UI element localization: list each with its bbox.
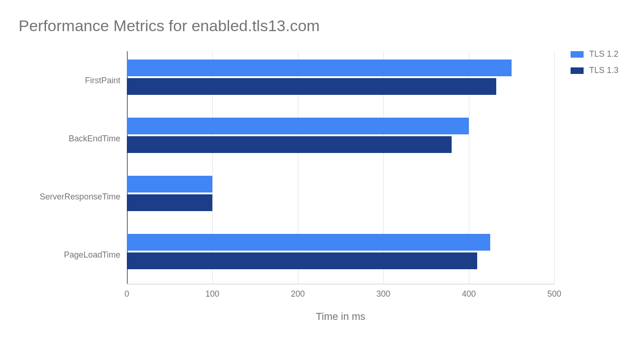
x-tick-label: 500 — [547, 289, 561, 299]
category-group: FirstPaint — [127, 51, 554, 109]
x-tick-label: 200 — [291, 289, 305, 299]
bar — [127, 78, 496, 95]
legend-swatch — [571, 67, 584, 74]
bar — [127, 60, 512, 76]
legend-swatch — [571, 51, 584, 58]
category-label: BackEndTime — [69, 133, 127, 143]
x-axis — [127, 284, 554, 285]
bar — [127, 252, 477, 269]
category-group: BackEndTime — [127, 109, 554, 167]
x-tick-label: 100 — [205, 289, 219, 299]
legend-label: TLS 1.3 — [589, 66, 618, 75]
category-label: ServerResponseTime — [40, 192, 127, 201]
plot-area: 0100200300400500 FirstPaintBackEndTimeSe… — [127, 51, 554, 284]
legend-item: TLS 1.2 — [571, 49, 618, 59]
chart-title: Performance Metrics for enabled.tls13.co… — [19, 17, 320, 35]
bar — [127, 118, 469, 134]
x-tick-label: 400 — [462, 289, 476, 299]
bar — [127, 176, 212, 192]
x-tick-label: 300 — [376, 289, 390, 299]
category-label: PageLoadTime — [64, 250, 127, 259]
category-group: PageLoadTime — [127, 226, 554, 284]
legend-item: TLS 1.3 — [571, 66, 618, 75]
chart-container: Performance Metrics for enabled.tls13.co… — [0, 0, 644, 345]
category-label: FirstPaint — [85, 75, 127, 85]
gridline — [554, 51, 555, 284]
bar — [127, 136, 452, 153]
legend-label: TLS 1.2 — [589, 49, 618, 59]
bar — [127, 194, 212, 211]
legend: TLS 1.2 TLS 1.3 — [571, 49, 618, 82]
category-group: ServerResponseTime — [127, 167, 554, 226]
x-axis-label: Time in ms — [127, 311, 554, 323]
bar — [127, 234, 490, 251]
x-tick-label: 0 — [125, 289, 129, 299]
